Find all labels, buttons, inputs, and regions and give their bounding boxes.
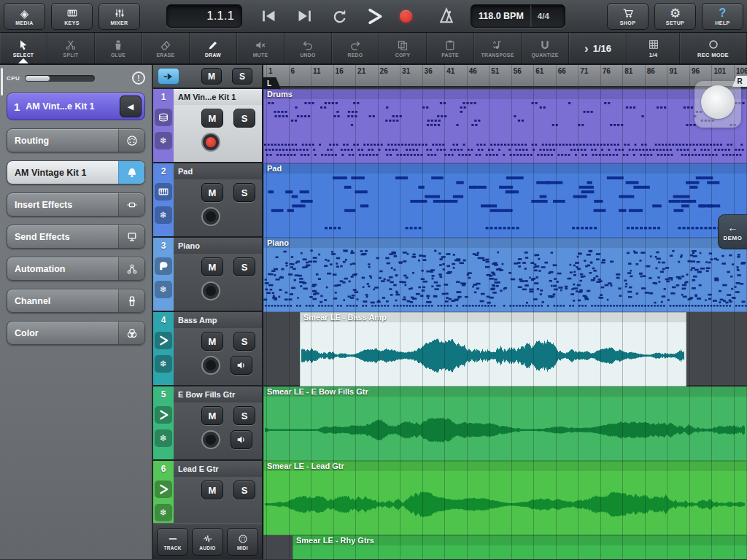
tool-select[interactable]: SELECT [0, 33, 47, 63]
arrange-area[interactable]: 1611162126313641465156616671768186919610… [263, 65, 747, 559]
grid-resolution-button[interactable]: 1/4 [627, 33, 680, 63]
drum-icon[interactable] [155, 109, 172, 126]
clip-region[interactable]: Smear LE - Lead Gtr [263, 461, 747, 535]
pencil-icon [207, 39, 219, 51]
tool-undo[interactable]: UNDO [285, 33, 332, 63]
mute-button[interactable]: M [201, 109, 223, 128]
mute-button[interactable]: M [201, 183, 223, 202]
rec-mode-button[interactable]: REC MODE [680, 33, 747, 63]
sidebar-item-color[interactable]: Color [7, 321, 145, 345]
cycle-button[interactable] [330, 7, 349, 26]
mute-button[interactable]: M [201, 406, 223, 425]
speaker-button[interactable] [231, 356, 252, 375]
position-display[interactable]: 1.1.1 [166, 4, 242, 28]
clip-region[interactable]: Smear LE - Rhy Gtrs [293, 535, 747, 559]
master-mute-button[interactable]: M [201, 68, 222, 85]
sidebar-item-automation[interactable]: Automation [7, 257, 145, 281]
freeze-icon[interactable]: ❄ [155, 132, 172, 149]
clip-region[interactable]: Smear LE - E Bow Fills Gtr [263, 386, 747, 461]
clip-region[interactable]: Pad [263, 163, 747, 238]
master-solo-button[interactable]: S [232, 68, 252, 85]
tool-glue[interactable]: GLUE [95, 33, 142, 63]
play-button[interactable] [365, 7, 384, 26]
add-midi-button[interactable]: MIDI [227, 528, 258, 556]
media-button[interactable]: ◈ MEDIA [4, 3, 45, 30]
monitor-button[interactable] [201, 430, 220, 449]
play-icon[interactable] [155, 332, 172, 349]
sidebar-item-routing[interactable]: Routing [7, 128, 145, 152]
help-button[interactable]: ? HELP [702, 3, 743, 30]
tool-transpose[interactable]: TRANSPOSE [474, 33, 522, 63]
mixer-button[interactable]: MIXER [98, 3, 140, 30]
track-entry[interactable]: 4Bass Amp❄MS [153, 312, 262, 386]
demo-tab[interactable]: ← DEMO [718, 214, 747, 249]
tool-copy[interactable]: COPY [379, 33, 427, 63]
keys-button[interactable]: KEYS [51, 3, 93, 30]
clip-region[interactable]: Smear LE - Bass Amp [300, 312, 686, 386]
timeline-ruler[interactable]: 1611162126313641465156616671768186919610… [263, 65, 747, 88]
freeze-icon[interactable]: ❄ [155, 281, 172, 298]
keys-icon[interactable] [155, 183, 172, 201]
mute-button[interactable]: M [201, 332, 223, 351]
freeze-icon[interactable]: ❄ [155, 429, 172, 447]
clip-region[interactable]: Drums [263, 89, 747, 163]
tool-erase[interactable]: ERASE [142, 33, 190, 63]
record-button[interactable] [400, 10, 412, 23]
solo-button[interactable]: S [233, 109, 255, 128]
solo-button[interactable]: S [233, 183, 255, 202]
add-audio-button[interactable]: AUDIO [192, 528, 223, 556]
freeze-icon[interactable]: ❄ [155, 355, 172, 373]
sidebar-item-insert-effects[interactable]: Insert Effects [7, 192, 145, 217]
quantize-value-display[interactable]: › 1/16 [569, 33, 627, 63]
play-icon[interactable] [155, 406, 172, 424]
speaker-button[interactable] [231, 430, 252, 449]
metronome-button[interactable] [437, 7, 456, 26]
solo-button[interactable]: S [233, 481, 255, 499]
record-arm-button[interactable] [201, 133, 220, 152]
mute-button[interactable]: M [201, 481, 223, 499]
play-icon[interactable] [155, 481, 172, 498]
freeze-icon[interactable]: ❄ [155, 504, 172, 521]
monitor-button[interactable] [201, 281, 220, 300]
track-name[interactable]: Bass Amp [174, 312, 262, 328]
tool-mute[interactable]: MUTE [237, 33, 285, 63]
clip-region[interactable]: Piano [263, 238, 747, 312]
mute-button[interactable]: M [201, 257, 223, 276]
monitor-button[interactable] [201, 356, 220, 375]
tool-quantize[interactable]: QUANTIZE [522, 33, 569, 63]
previous-track-button[interactable]: ◀ [120, 96, 142, 117]
tool-draw[interactable]: DRAW [190, 33, 237, 63]
follow-playhead-button[interactable] [158, 68, 179, 85]
sidebar-item-send-effects[interactable]: Send Effects [7, 225, 145, 249]
solo-button[interactable]: S [233, 406, 255, 425]
go-to-start-button[interactable] [260, 7, 279, 26]
tool-paste[interactable]: PASTE [427, 33, 474, 63]
next-marker-button[interactable] [295, 7, 314, 26]
track-name[interactable]: Piano [174, 238, 262, 254]
tool-redo[interactable]: REDO [332, 33, 379, 63]
zoom-scroll-knob[interactable] [694, 81, 741, 128]
track-entry[interactable]: 3Piano❄MS [153, 238, 262, 312]
freeze-icon[interactable]: ❄ [155, 206, 172, 224]
track-name[interactable]: E Bow Fills Gtr [174, 386, 262, 402]
track-name[interactable]: Pad [174, 163, 262, 179]
sidebar-scrollbar[interactable] [1, 68, 3, 96]
track-name[interactable]: Lead E Gtr [174, 461, 262, 477]
monitor-button[interactable] [201, 207, 220, 226]
track-name[interactable]: AM Vin...e Kit 1 [174, 89, 262, 105]
setup-button[interactable]: ⚙ SETUP [654, 3, 696, 30]
track-entry[interactable]: 5E Bow Fills Gtr❄MS [153, 386, 262, 461]
tempo-display[interactable]: 118.0 BPM 4/4 [471, 4, 565, 28]
track-entry[interactable]: 2Pad❄MS [153, 163, 262, 238]
solo-button[interactable]: S [233, 332, 255, 351]
solo-button[interactable]: S [233, 257, 255, 276]
track-selector[interactable]: 1 AM Vint...e Kit 1 ◀ [7, 93, 145, 120]
shop-button[interactable]: SHOP [607, 3, 649, 30]
add-track-button[interactable]: TRACK [157, 528, 188, 556]
sidebar-item-channel[interactable]: Channel [7, 289, 145, 313]
track-entry[interactable]: 1AM Vin...e Kit 1❄MS [153, 89, 262, 163]
tool-split[interactable]: SPLIT [47, 33, 95, 63]
sidebar-item-am-vintage-kit-1[interactable]: AM Vintage Kit 1 [7, 160, 145, 184]
alert-icon[interactable]: ! [132, 71, 145, 85]
piano-icon[interactable] [155, 257, 172, 275]
